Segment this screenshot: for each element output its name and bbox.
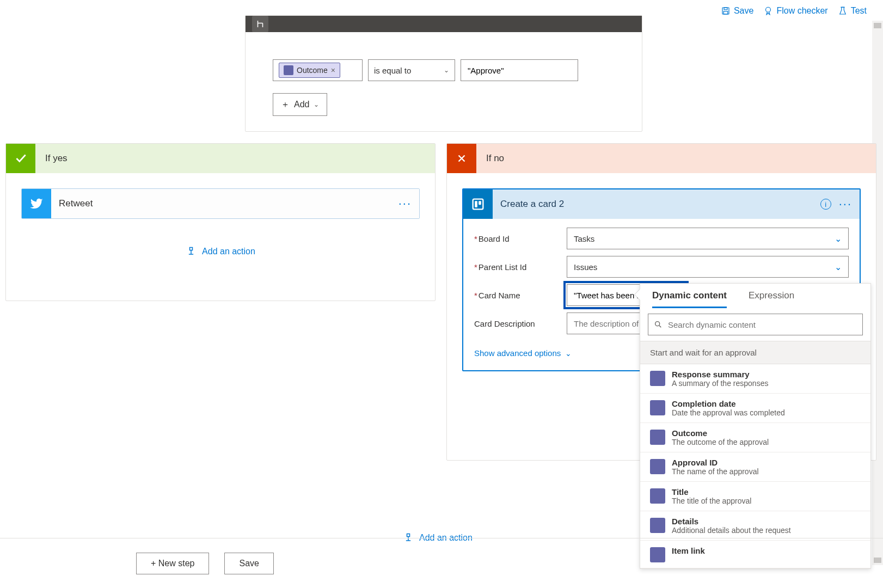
chevron-down-icon: ⌄ [565, 349, 572, 358]
new-step-button[interactable]: + New step [136, 553, 209, 574]
token-label: Outcome [297, 66, 328, 75]
if-yes-title: If yes [45, 153, 68, 164]
svg-point-10 [655, 322, 660, 326]
dynamic-content-search[interactable] [648, 314, 863, 335]
save-icon [721, 6, 731, 16]
svg-rect-4 [190, 248, 193, 250]
approval-icon [650, 371, 665, 386]
svg-rect-7 [479, 201, 481, 205]
approval-icon [650, 430, 665, 445]
if-no-header[interactable]: If no [447, 144, 876, 173]
svg-rect-9 [407, 534, 410, 537]
twitter-icon [22, 189, 51, 218]
if-no-title: If no [486, 153, 504, 164]
dc-item-desc: A summary of the responses [672, 379, 768, 388]
search-icon [654, 320, 663, 329]
chevron-down-icon: ⌄ [835, 262, 842, 272]
add-label: Add [294, 100, 309, 109]
create-card-title: Create a card 2 [500, 199, 564, 210]
remove-token-icon[interactable]: × [331, 66, 335, 75]
operator-label: is equal to [374, 66, 411, 75]
flow-checker-button[interactable]: Flow checker [763, 6, 827, 16]
dc-item-title: Title [672, 487, 751, 497]
add-condition-button[interactable]: ＋ Add ⌄ [273, 93, 327, 116]
svg-rect-1 [724, 8, 727, 10]
bottom-bar: + New step Save [0, 538, 883, 588]
card-name-label: *Card Name [474, 291, 567, 300]
card-desc-label: Card Description [474, 319, 567, 328]
dc-item-desc: Additional details about the request [672, 526, 791, 535]
trello-icon [463, 189, 493, 219]
parent-list-value: Issues [574, 262, 597, 272]
condition-left-operand[interactable]: Outcome × [273, 59, 363, 81]
add-action-label: Add an action [202, 247, 255, 256]
approval-icon [650, 518, 665, 533]
dc-item-title: Completion date [672, 399, 785, 408]
dc-item-desc: Date the approval was completed [672, 408, 785, 417]
dynamic-content-panel: Dynamic content Expression Start and wai… [640, 283, 871, 569]
approval-icon [650, 459, 665, 474]
add-action-yes[interactable]: Add an action [186, 246, 255, 257]
retweet-title: Retweet [59, 198, 93, 209]
condition-header[interactable] [246, 16, 642, 32]
dc-item[interactable]: Completion dateDate the approval was com… [640, 394, 870, 423]
flask-icon [838, 6, 848, 16]
board-id-select[interactable]: Tasks ⌄ [567, 228, 849, 249]
condition-operator-select[interactable]: is equal to ⌄ [368, 59, 455, 81]
dc-item-title: Response summary [672, 370, 768, 379]
chevron-down-icon: ⌄ [314, 101, 319, 108]
outcome-token[interactable]: Outcome × [279, 63, 340, 78]
board-id-label: *Board Id [474, 234, 567, 243]
condition-value-input[interactable] [461, 59, 578, 81]
search-input[interactable] [668, 320, 857, 329]
flow-checker-icon [763, 6, 773, 16]
test-button[interactable]: Test [838, 6, 867, 16]
plus-icon: ＋ [281, 99, 290, 111]
panel-pointer [635, 289, 640, 300]
show-advanced-toggle[interactable]: Show advanced options ⌄ [474, 348, 572, 358]
dc-item[interactable]: TitleThe title of the approval [640, 482, 870, 511]
save-button[interactable]: Save [721, 6, 753, 16]
board-id-value: Tasks [574, 234, 594, 243]
dc-item[interactable]: DetailsAdditional details about the requ… [640, 511, 870, 541]
tab-expression[interactable]: Expression [749, 290, 794, 308]
parent-list-select[interactable]: Issues ⌄ [567, 256, 849, 278]
approval-icon [284, 65, 293, 75]
tab-dynamic-content[interactable]: Dynamic content [652, 290, 727, 308]
svg-rect-5 [473, 199, 483, 210]
dc-item-title: Details [672, 517, 791, 526]
condition-icon [252, 16, 268, 32]
dc-item-desc: The title of the approval [672, 497, 751, 505]
check-icon [6, 144, 35, 173]
action-menu-button[interactable]: ··· [839, 197, 852, 211]
show-advanced-label: Show advanced options [474, 348, 561, 358]
svg-rect-2 [723, 11, 728, 14]
chevron-down-icon: ⌄ [444, 66, 449, 74]
save-label: Save [734, 6, 753, 16]
svg-rect-6 [475, 201, 477, 207]
condition-card[interactable]: Outcome × is equal to ⌄ ＋ Add ⌄ [245, 15, 642, 132]
dc-item-desc: The name of the approval [672, 467, 759, 476]
approval-icon [650, 400, 665, 415]
condition-row: Outcome × is equal to ⌄ [273, 59, 615, 81]
save-flow-button[interactable]: Save [224, 553, 273, 574]
close-icon [447, 144, 476, 173]
dc-group-header: Start and wait for an approval [640, 341, 870, 364]
flow-checker-label: Flow checker [776, 6, 827, 16]
dc-item-desc: The outcome of the approval [672, 438, 769, 446]
if-yes-header[interactable]: If yes [6, 144, 435, 173]
top-toolbar: Save Flow checker Test [721, 0, 883, 22]
dc-item[interactable]: Approval IDThe name of the approval [640, 452, 870, 482]
chevron-down-icon: ⌄ [835, 234, 842, 244]
dc-item[interactable]: Response summaryA summary of the respons… [640, 364, 870, 394]
dc-item[interactable]: OutcomeThe outcome of the approval [640, 423, 870, 452]
retweet-action-card[interactable]: Retweet ··· [21, 188, 420, 219]
action-menu-button[interactable]: ··· [398, 197, 412, 211]
approval-icon [650, 488, 665, 504]
test-label: Test [851, 6, 867, 16]
svg-point-3 [766, 7, 771, 12]
if-yes-branch: If yes Retweet ··· Add an action [5, 143, 436, 301]
add-action-icon [186, 246, 197, 257]
dc-item-title: Approval ID [672, 458, 759, 467]
info-icon[interactable]: i [820, 199, 831, 210]
